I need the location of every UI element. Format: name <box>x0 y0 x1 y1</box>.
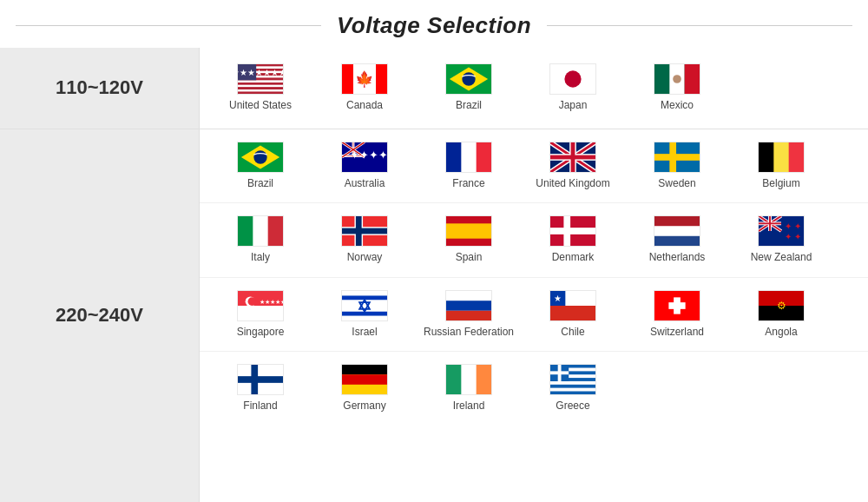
svg-rect-113 <box>342 365 387 375</box>
country-flag: ★ <box>549 290 596 321</box>
country-item: Ireland <box>417 357 521 420</box>
country-name: Greece <box>556 400 589 413</box>
svg-rect-54 <box>654 154 700 161</box>
country-item: ★ Chile <box>521 283 625 347</box>
svg-rect-111 <box>251 365 258 395</box>
country-item: France <box>417 135 521 198</box>
svg-point-23 <box>564 70 581 87</box>
svg-rect-125 <box>550 372 569 375</box>
svg-point-21 <box>462 72 475 85</box>
svg-rect-83 <box>769 216 771 231</box>
country-flag <box>237 215 284 247</box>
countries-grid-110: ★★★★★★★★★★★★★★★★★★★★★★★★★★★★★★★★★★★★★★★★… <box>200 48 868 129</box>
svg-rect-55 <box>669 142 676 172</box>
svg-rect-58 <box>789 142 804 172</box>
country-name: Norway <box>347 251 383 265</box>
svg-rect-100 <box>550 306 595 320</box>
svg-rect-66 <box>356 216 362 247</box>
country-name: Brazil <box>247 177 273 191</box>
title-line-right <box>547 25 852 26</box>
country-item: Switzerland <box>625 283 729 347</box>
svg-rect-16 <box>342 64 353 95</box>
svg-rect-52 <box>571 142 575 172</box>
country-name: Chile <box>561 326 584 340</box>
svg-text:✦✦✦✦✦: ✦✦✦✦✦ <box>350 149 387 162</box>
svg-rect-116 <box>446 365 461 395</box>
svg-rect-12 <box>238 92 283 95</box>
country-flag <box>654 142 700 173</box>
country-item: Netherlands <box>625 208 729 272</box>
country-name: Russian Federation <box>424 326 514 340</box>
country-item: ★★★★★★★★★★★★★★★★★★★★★★★★★★★★★★★★★★★★★★★★… <box>208 56 312 120</box>
svg-rect-87 <box>238 306 283 320</box>
country-item: ⚙ Angola <box>729 283 833 347</box>
country-flag: ★★★★★ <box>237 290 284 321</box>
country-name: Brazil <box>456 99 482 113</box>
country-name: Belgium <box>762 177 799 191</box>
svg-rect-98 <box>446 311 491 321</box>
country-name: Finland <box>243 400 277 413</box>
title-line-left <box>16 25 321 26</box>
country-flag <box>341 215 388 247</box>
country-name: United Kingdom <box>536 177 609 191</box>
country-name: Israel <box>352 326 377 340</box>
voltage-row-220: 220~240V Brazil ✦✦✦✦✦ Australia France <box>0 129 868 502</box>
country-name: Netherlands <box>649 251 706 265</box>
svg-text:★: ★ <box>554 294 562 303</box>
country-flag <box>237 142 284 173</box>
country-item: Sweden <box>625 135 729 198</box>
country-name: Italy <box>251 251 270 265</box>
svg-text:★★★★★: ★★★★★ <box>260 299 283 305</box>
country-item: Japan <box>521 56 625 120</box>
country-flag: 🍁 <box>341 63 388 95</box>
country-subrow: Italy Norway Spain Denmark Netherlands <box>200 203 868 278</box>
country-flag <box>549 63 596 95</box>
country-item: ✦ ✦ ✦ ✦ New Zealand <box>729 208 833 272</box>
country-name: United States <box>229 99 292 113</box>
country-name: Spain <box>456 251 483 265</box>
country-name: Canada <box>346 99 383 113</box>
country-flag <box>445 63 492 95</box>
svg-rect-117 <box>477 365 491 395</box>
svg-point-27 <box>673 75 681 83</box>
svg-text:✦ ✦: ✦ ✦ <box>785 221 801 231</box>
country-flag <box>549 364 596 395</box>
country-name: Sweden <box>658 177 695 191</box>
country-name: Angola <box>765 326 797 340</box>
country-flag <box>549 142 596 173</box>
country-name: Mexico <box>661 99 694 113</box>
svg-rect-9 <box>238 85 283 88</box>
svg-rect-65 <box>342 228 387 234</box>
svg-rect-42 <box>446 142 461 172</box>
voltage-label-220: 220~240V <box>0 129 200 502</box>
svg-rect-61 <box>268 216 283 247</box>
page-title: Voltage Selection <box>337 12 531 39</box>
country-name: Singapore <box>237 326 285 340</box>
svg-rect-105 <box>668 302 685 309</box>
country-flag: ✦ ✦ ✦ ✦ <box>758 215 805 247</box>
countries-220-container: Brazil ✦✦✦✦✦ Australia France Unite <box>200 129 868 502</box>
svg-rect-7 <box>238 80 283 83</box>
country-item: Denmark <box>521 208 625 272</box>
svg-rect-122 <box>550 388 595 392</box>
svg-rect-73 <box>654 216 700 227</box>
country-flag: ✦✦✦✦✦ <box>341 142 388 173</box>
country-item: Germany <box>312 357 417 420</box>
country-item: Israel <box>312 283 417 347</box>
svg-text:⚙: ⚙ <box>777 301 786 311</box>
country-item: Greece <box>521 357 625 420</box>
country-flag: ★★★★★★★★★★★★★★★★★★★★★★★★★★★★★★★★★★★★★★★★… <box>237 63 284 95</box>
country-name: New Zealand <box>751 251 812 265</box>
svg-rect-74 <box>654 236 700 247</box>
country-item: Brazil <box>417 56 521 120</box>
svg-rect-70 <box>550 228 595 234</box>
svg-text:★★★★★★★★★★★★★★★★★★★★★★★★★★★★★★: ★★★★★★★★★★★★★★★★★★★★★★★★★★★★★★★★★★★★★★★★… <box>238 68 283 77</box>
country-name: Ireland <box>453 400 485 413</box>
svg-point-89 <box>248 297 257 306</box>
voltage-label-110: 110~120V <box>0 48 200 129</box>
svg-text:🍁: 🍁 <box>355 69 374 89</box>
country-item: Finland <box>208 357 312 420</box>
country-name: Australia <box>345 177 385 191</box>
country-flag <box>445 290 492 321</box>
country-item: Spain <box>417 208 521 272</box>
